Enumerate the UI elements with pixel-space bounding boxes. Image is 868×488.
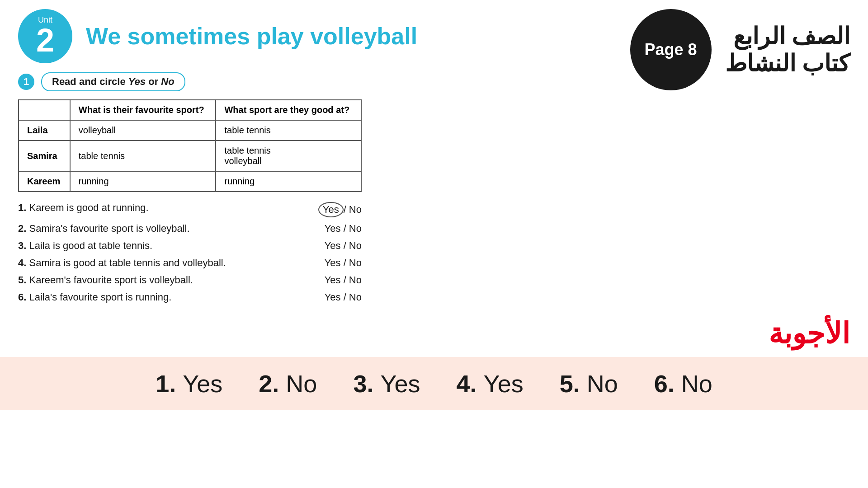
activity-number: 1 xyxy=(18,74,34,90)
row-goodat-kareem: running xyxy=(216,171,361,192)
answer-item-6: 6. No xyxy=(654,370,712,398)
row-favourite-samira: table tennis xyxy=(70,141,216,171)
yes-no-5: Yes / No xyxy=(321,274,362,286)
row-goodat-samira: table tennisvolleyball xyxy=(216,141,361,171)
question-item-6: 6. Laila's favourite sport is running. Y… xyxy=(18,291,362,303)
row-favourite-laila: volleyball xyxy=(70,120,216,141)
row-name-kareem: Kareem xyxy=(19,171,70,192)
col-header-good-at: What sport are they good at? xyxy=(216,100,361,120)
arabic-grade: الصف الرابع xyxy=(725,23,850,50)
answers-bar: 1. Yes 2. No 3. Yes 4. Yes 5. No 6. No xyxy=(0,357,868,410)
yes-no-6: Yes / No xyxy=(321,291,362,303)
answer-item-2: 2. No xyxy=(259,370,317,398)
answer-item-3: 3. Yes xyxy=(353,370,420,398)
question-item-1: 1. Kareem is good at running. Yes/ No xyxy=(18,202,362,217)
question-text-3: 3. Laila is good at table tennis. xyxy=(18,240,152,252)
question-item-3: 3. Laila is good at table tennis. Yes / … xyxy=(18,240,362,252)
unit-title: We sometimes play volleyball xyxy=(86,23,417,50)
table-row: Samira table tennis table tennisvolleyba… xyxy=(19,141,361,171)
activity-instruction: Read and circle Yes or No xyxy=(41,72,185,91)
data-table: What is their favourite sport? What spor… xyxy=(18,99,362,192)
arabic-header: الصف الرابع كتاب النشاط xyxy=(725,23,850,77)
questions-list: 1. Kareem is good at running. Yes/ No 2.… xyxy=(18,202,850,303)
question-text-2: 2. Samira's favourite sport is volleybal… xyxy=(18,223,190,235)
yes-no-1: Yes/ No xyxy=(318,202,362,217)
row-favourite-kareem: running xyxy=(70,171,216,192)
yes-no-3: Yes / No xyxy=(321,240,362,252)
right-header: Page 8 الصف الرابع كتاب النشاط xyxy=(630,9,850,90)
answers-label: الأجوبة xyxy=(0,317,850,350)
question-text-4: 4. Samira is good at table tennis and vo… xyxy=(18,257,226,269)
col-header-favourite: What is their favourite sport? xyxy=(70,100,216,120)
question-text-6: 6. Laila's favourite sport is running. xyxy=(18,291,171,303)
col-header-name xyxy=(19,100,70,120)
answer-item-1: 1. Yes xyxy=(156,370,222,398)
table-row: Kareem running running xyxy=(19,171,361,192)
answer-item-4: 4. Yes xyxy=(457,370,524,398)
unit-badge: Unit 2 xyxy=(18,9,72,63)
arabic-book: كتاب النشاط xyxy=(725,50,850,77)
row-name-laila: Laila xyxy=(19,120,70,141)
yes-circled-1: Yes xyxy=(318,202,344,217)
yes-no-4: Yes / No xyxy=(321,257,362,269)
question-item-2: 2. Samira's favourite sport is volleybal… xyxy=(18,223,362,235)
row-goodat-laila: table tennis xyxy=(216,120,361,141)
table-row: Laila volleyball table tennis xyxy=(19,120,361,141)
page-badge: Page 8 xyxy=(630,9,712,90)
question-text-1: 1. Kareem is good at running. xyxy=(18,202,149,214)
answer-item-5: 5. No xyxy=(560,370,618,398)
question-item-5: 5. Kareem's favourite sport is volleybal… xyxy=(18,274,362,286)
question-item-4: 4. Samira is good at table tennis and vo… xyxy=(18,257,362,269)
main-content: 1 Read and circle Yes or No What is thei… xyxy=(0,72,868,303)
unit-number: 2 xyxy=(36,24,54,56)
question-text-5: 5. Kareem's favourite sport is volleybal… xyxy=(18,274,193,286)
yes-no-2: Yes / No xyxy=(321,223,362,235)
row-name-samira: Samira xyxy=(19,141,70,171)
